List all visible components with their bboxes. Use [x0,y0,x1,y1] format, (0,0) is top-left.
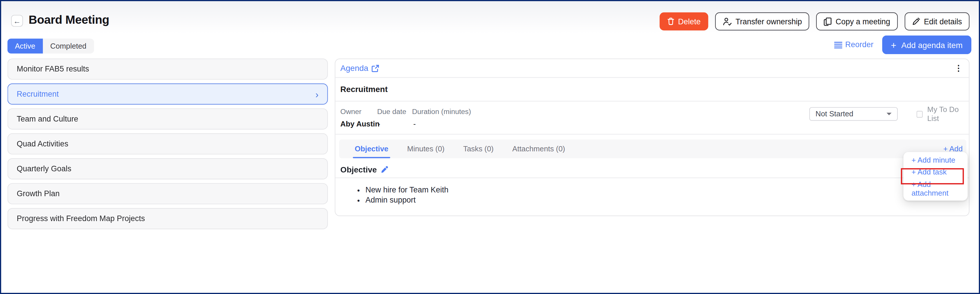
detail-panel-header: Agenda ⋮ [335,59,969,78]
todo-checkbox[interactable] [916,111,923,118]
reorder-label: Reorder [845,41,873,49]
menu-item-add-attachment[interactable]: + Add attachment [903,180,967,197]
agenda-item[interactable]: Growth Plan [8,183,328,204]
page: ← Board Meeting Delete [1,1,979,293]
edit-details-label: Edit details [924,17,962,26]
detail-tabs: Objective Minutes (0) Tasks (0) Attachme… [339,140,966,158]
delete-button[interactable]: Delete [659,13,708,30]
duration-label: Duration (minutes) [412,108,471,115]
agenda-item-label: Team and Culture [17,114,78,123]
agenda-item[interactable]: Monitor FAB5 results [8,59,328,79]
agenda-item-heading: Recruitment [335,78,969,102]
objective-bullet-list: • New hire for Team Keith • Admin suppor… [357,186,449,205]
todo-checkbox-label: My To Do List [927,105,969,123]
person-check-icon [722,17,732,26]
add-agenda-item-button[interactable]: + Add agenda item [882,35,971,54]
meta-section: Owner Due date Duration (minutes) Aby Au… [335,102,969,135]
agenda-item[interactable]: Quad Activities [8,133,328,154]
tab-completed[interactable]: Completed [43,38,94,54]
agenda-breadcrumb-link[interactable]: Agenda [340,64,379,73]
add-agenda-item-label: Add agenda item [901,40,963,49]
due-date-label: Due date [377,108,406,115]
objective-heading-row: Objective [335,162,969,178]
bullet-item: • Admin support [357,195,449,205]
tab-objective[interactable]: Objective [355,140,388,158]
owner-value: Aby Austin [340,119,380,128]
agenda-item-label: Monitor FAB5 results [17,65,89,73]
app-window: ← Board Meeting Delete [0,0,980,294]
todo-group: My To Do List [916,107,969,121]
caret-down-icon [886,113,891,116]
agenda-item-label: Quarterly Goals [17,164,72,173]
copy-icon [824,17,832,26]
actions-toolbar: Delete Transfer ownership [659,13,969,30]
more-options-button[interactable]: ⋮ [955,64,963,72]
edit-objective-pencil-icon[interactable] [381,166,388,173]
status-dropdown[interactable]: Not Started [809,107,898,121]
transfer-ownership-button[interactable]: Transfer ownership [715,13,809,30]
bullet-dot-icon: • [357,195,360,205]
objective-heading: Objective [340,165,377,174]
plus-icon: + [891,40,896,49]
owner-label: Owner [340,108,361,115]
agenda-item-label: Growth Plan [17,189,60,198]
copy-meeting-button[interactable]: Copy a meeting [816,13,897,30]
add-dropdown-menu: + Add minute + Add task + Add attachment [903,152,967,200]
agenda-item-label: Quad Activities [17,140,68,148]
agenda-item-label: Progress with Freedom Map Projects [17,215,145,223]
agenda-item-label: Recruitment [17,90,59,99]
menu-item-add-minute[interactable]: + Add minute [903,156,967,164]
agenda-link-label: Agenda [340,64,369,73]
bullet-text: New hire for Team Keith [365,186,449,194]
menu-item-add-task[interactable]: + Add task [903,168,967,176]
chevron-right-icon: › [315,89,318,99]
kebab-icon: ⋮ [955,64,963,73]
detail-panel: Agenda ⋮ Recruitment Owner Due date Dur [335,59,969,216]
agenda-item[interactable]: Quarterly Goals [8,158,328,180]
tab-active[interactable]: Active [8,38,43,54]
agenda-item-list: Monitor FAB5 results Recruitment › Team … [8,59,328,233]
agenda-item-selected[interactable]: Recruitment › [8,83,328,105]
reorder-button[interactable]: Reorder [834,41,873,49]
agenda-item[interactable]: Team and Culture [8,108,328,129]
copy-meeting-label: Copy a meeting [835,17,890,26]
transfer-ownership-label: Transfer ownership [736,17,802,26]
bullet-dot-icon: • [357,186,360,195]
list-toolbar: Reorder + Add agenda item [834,35,971,54]
status-dropdown-value: Not Started [816,110,853,118]
trash-icon [667,17,674,25]
edit-details-button[interactable]: Edit details [904,13,969,30]
delete-button-label: Delete [678,17,701,26]
pencil-icon [912,17,920,25]
agenda-item[interactable]: Progress with Freedom Map Projects [8,208,328,229]
page-title: Board Meeting [29,13,110,27]
view-toggle: Active Completed [8,38,94,54]
tab-tasks[interactable]: Tasks (0) [463,140,494,158]
external-link-icon [371,65,379,72]
tab-attachments[interactable]: Attachments (0) [512,140,565,158]
back-arrow-icon: ← [13,17,21,25]
back-button[interactable]: ← [11,15,23,27]
bullet-item: • New hire for Team Keith [357,186,449,195]
tab-minutes[interactable]: Minutes (0) [407,140,444,158]
reorder-icon [834,41,842,48]
due-date-value: - [378,119,380,128]
bullet-text: Admin support [365,195,416,204]
duration-value: - [414,119,416,128]
